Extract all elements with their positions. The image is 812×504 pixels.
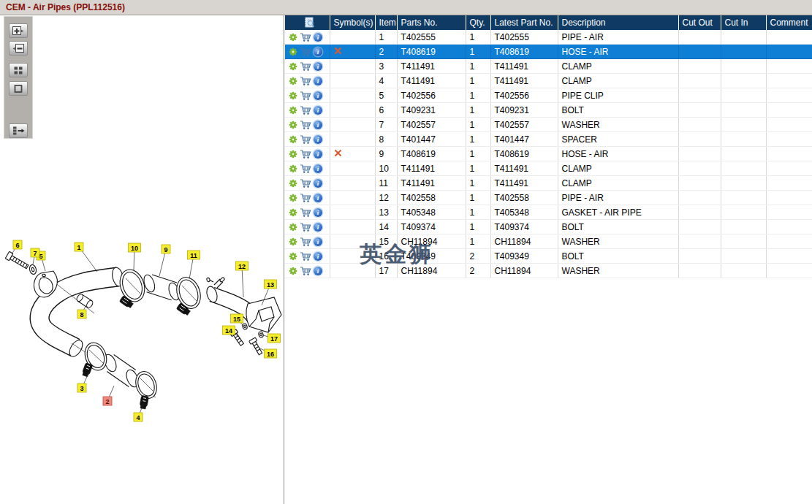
cell-cut-in: [721, 191, 766, 205]
table-row[interactable]: i3T4114911T411491CLAMP: [285, 59, 812, 74]
cell-comment: [766, 147, 812, 161]
info-icon[interactable]: i: [314, 267, 322, 275]
table-row[interactable]: i2T4086191T408619HOSE - AIR: [285, 45, 812, 59]
cell-comment: [766, 234, 812, 249]
cart-icon[interactable]: [300, 134, 311, 145]
info-icon[interactable]: i: [314, 223, 322, 232]
cart-icon[interactable]: [300, 149, 311, 159]
info-icon[interactable]: i: [314, 106, 322, 115]
cart-icon[interactable]: [300, 222, 311, 232]
table-row[interactable]: i14T4093741T409374BOLT: [285, 220, 812, 234]
cell-description: CLAMP: [558, 161, 678, 176]
info-icon[interactable]: i: [314, 252, 322, 261]
tile-view-icon[interactable]: [9, 63, 28, 77]
cart-icon[interactable]: [300, 178, 311, 188]
table-row[interactable]: i11T4114911T411491CLAMP: [285, 176, 812, 191]
table-row[interactable]: i16T4093492T409349BOLT: [285, 249, 812, 264]
table-row[interactable]: i6T4092311T409231BOLT: [285, 103, 812, 118]
cart-icon[interactable]: [300, 237, 311, 247]
table-row[interactable]: i9T4086191T408619HOSE - AIR: [285, 147, 812, 161]
gear-icon[interactable]: [289, 91, 297, 100]
table-row[interactable]: i4T4114911T411491CLAMP: [285, 74, 812, 88]
callout-label: 8: [80, 311, 83, 318]
cart-icon[interactable]: [300, 251, 311, 261]
export-list-icon[interactable]: [9, 123, 28, 138]
info-icon[interactable]: i: [314, 121, 322, 129]
info-icon[interactable]: i: [314, 194, 322, 202]
gear-icon[interactable]: [289, 179, 297, 188]
gear-icon[interactable]: [289, 150, 297, 159]
cart-icon[interactable]: [300, 120, 311, 130]
cart-icon[interactable]: [300, 105, 311, 115]
cart-icon[interactable]: [300, 61, 311, 72]
info-icon[interactable]: i: [314, 33, 322, 42]
gear-icon[interactable]: [289, 267, 297, 275]
cart-icon[interactable]: [300, 32, 311, 42]
gear-icon[interactable]: [289, 121, 297, 129]
cart-icon[interactable]: [300, 193, 311, 203]
info-icon[interactable]: i: [314, 47, 322, 56]
zoom-in-icon[interactable]: [9, 23, 28, 38]
info-icon[interactable]: i: [314, 237, 322, 246]
gear-icon[interactable]: [289, 194, 297, 202]
cart-icon[interactable]: [300, 76, 311, 86]
x-symbol-icon: [334, 149, 342, 159]
cell-parts-no: T411491: [397, 59, 466, 74]
cell-comment: [766, 30, 812, 45]
table-row[interactable]: i13T4053481T405348GASKET - AIR PIPE: [285, 205, 812, 220]
gear-icon[interactable]: [289, 106, 297, 115]
table-row[interactable]: i5T4025561T402556PIPE CLIP: [285, 88, 812, 103]
cell-comment: [766, 118, 812, 132]
callout-label: 14: [225, 327, 232, 335]
column-header-item: Item: [375, 15, 397, 30]
cell-cut-in: [721, 132, 766, 147]
gear-icon[interactable]: [289, 77, 297, 85]
info-icon[interactable]: i: [314, 150, 322, 159]
cell-cut-out: [678, 74, 721, 88]
actual-size-icon[interactable]: [9, 81, 28, 96]
gear-icon[interactable]: [289, 237, 297, 246]
table-row[interactable]: i7T4025571T402557WASHER: [285, 118, 812, 132]
gear-icon[interactable]: [289, 62, 297, 71]
info-icon[interactable]: i: [314, 164, 322, 173]
table-row[interactable]: i12T4025581T402558PIPE - AIR: [285, 191, 812, 205]
table-row[interactable]: i10T4114911T411491CLAMP: [285, 161, 812, 176]
info-icon[interactable]: i: [314, 135, 322, 144]
gear-icon[interactable]: [289, 208, 297, 217]
table-row[interactable]: i15CH118941CH11894WASHER: [285, 234, 812, 249]
info-icon[interactable]: i: [314, 91, 322, 100]
gear-icon[interactable]: [289, 33, 297, 42]
cell-description: HOSE - AIR: [558, 147, 678, 161]
callout-label: 6: [15, 242, 19, 249]
table-row[interactable]: i17CH118942CH11894WASHER: [285, 264, 812, 278]
gear-icon[interactable]: [289, 135, 297, 144]
table-row[interactable]: i1T4025551T402555PIPE - AIR: [285, 30, 812, 45]
callout-label: 12: [238, 263, 246, 270]
cell-latest-part-no: T409231: [490, 103, 558, 118]
parts-diagram: 1234567891011121314151617: [0, 15, 284, 504]
info-icon[interactable]: i: [314, 77, 322, 85]
cart-icon[interactable]: [300, 91, 311, 101]
gear-icon[interactable]: [289, 252, 297, 261]
cell-symbol: [330, 249, 375, 264]
page-title-bar: CEM - Air Pipes (PPL112516): [0, 0, 812, 15]
info-icon[interactable]: i: [314, 62, 322, 71]
cart-icon[interactable]: [300, 164, 311, 174]
cell-qty: 1: [466, 88, 490, 103]
cell-comment: [766, 176, 812, 191]
gear-icon[interactable]: [289, 164, 297, 173]
cart-icon[interactable]: [300, 266, 311, 276]
gear-icon[interactable]: [289, 223, 297, 232]
info-icon[interactable]: i: [314, 208, 322, 217]
info-icon[interactable]: i: [314, 179, 322, 188]
cart-icon[interactable]: [300, 47, 311, 57]
cell-description: PIPE CLIP: [558, 88, 678, 103]
cell-cut-out: [678, 191, 721, 205]
cart-icon[interactable]: [300, 207, 311, 218]
gear-icon[interactable]: [289, 47, 297, 56]
zoom-out-icon[interactable]: [9, 41, 28, 56]
cell-description: HOSE - AIR: [558, 45, 678, 59]
table-row[interactable]: i8T4014471T401447SPACER: [285, 132, 812, 147]
cell-cut-out: [678, 249, 721, 264]
x-symbol-icon: [334, 47, 342, 57]
